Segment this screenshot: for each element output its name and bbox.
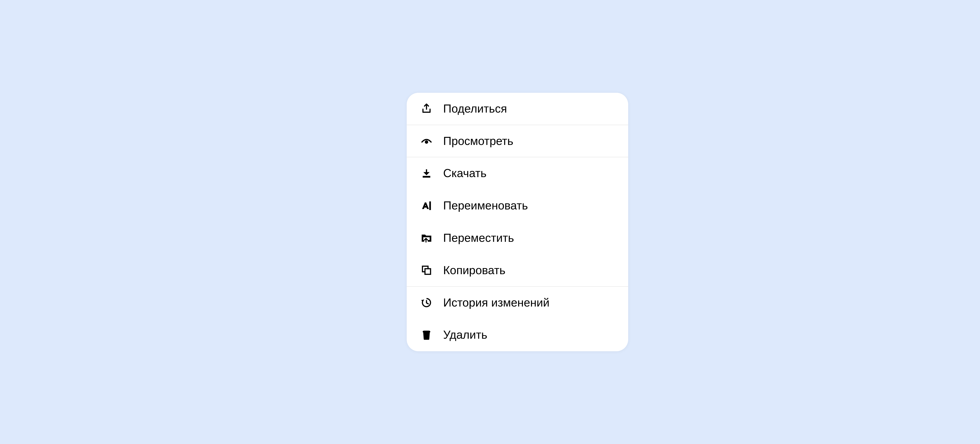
menu-item-delete[interactable]: Удалить <box>407 319 628 351</box>
eye-icon <box>420 135 433 147</box>
svg-rect-4 <box>425 269 430 274</box>
menu-item-label: Удалить <box>443 328 487 342</box>
menu-item-rename[interactable]: Переименовать <box>407 190 628 222</box>
history-icon <box>420 297 433 309</box>
menu-item-label: Переименовать <box>443 199 528 212</box>
move-folder-icon <box>420 232 433 244</box>
menu-item-label: Копировать <box>443 264 506 277</box>
svg-rect-2 <box>430 201 431 210</box>
menu-item-label: История изменений <box>443 296 549 310</box>
menu-item-download[interactable]: Скачать <box>407 157 628 190</box>
menu-item-label: Поделиться <box>443 102 507 116</box>
svg-rect-1 <box>423 176 430 177</box>
svg-point-0 <box>425 141 428 143</box>
share-icon <box>420 102 433 115</box>
copy-icon <box>420 264 433 276</box>
menu-item-share[interactable]: Поделиться <box>407 93 628 125</box>
download-icon <box>420 167 433 179</box>
menu-item-move[interactable]: Переместить <box>407 222 628 254</box>
menu-item-history[interactable]: История изменений <box>407 287 628 319</box>
context-menu: Поделиться Просмотреть Скачать П <box>407 93 628 351</box>
menu-item-copy[interactable]: Копировать <box>407 254 628 287</box>
trash-icon <box>420 329 433 341</box>
menu-item-label: Просмотреть <box>443 134 513 148</box>
menu-item-label: Переместить <box>443 231 514 245</box>
rename-icon <box>420 200 433 212</box>
menu-item-label: Скачать <box>443 166 487 180</box>
menu-item-view[interactable]: Просмотреть <box>407 125 628 158</box>
